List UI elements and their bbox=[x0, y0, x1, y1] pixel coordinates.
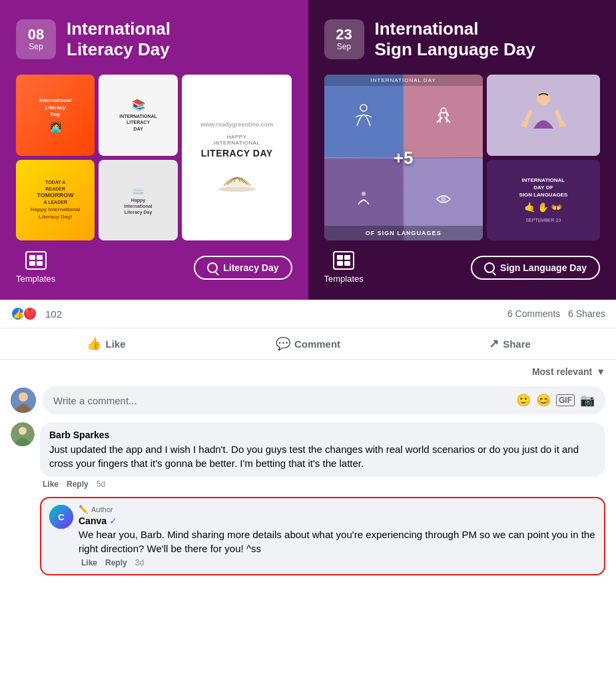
comment-action-icon: 💬 bbox=[276, 336, 290, 351]
search-button-right[interactable]: Sign Language Day bbox=[471, 256, 600, 280]
like-button[interactable]: 👍 Like bbox=[5, 331, 207, 356]
author-reply-canva: C ✏️ Author Canva ✓ We hear you, Barb. M… bbox=[40, 497, 605, 575]
emoji-icon[interactable]: 😊 bbox=[536, 393, 551, 408]
canva-author-name: Canva bbox=[79, 515, 107, 526]
love-reaction-icon: ❤️ bbox=[23, 306, 37, 321]
templates-label-right: Templates bbox=[324, 274, 364, 284]
svg-point-0 bbox=[218, 186, 256, 192]
comments-section: Barb Sparkes Just updated the app and I … bbox=[0, 420, 616, 583]
banner-right-header: 23 Sep InternationalSign Language Day bbox=[324, 19, 601, 60]
svg-text:C: C bbox=[58, 512, 65, 522]
sort-button[interactable]: Most relevant ▼ bbox=[532, 366, 605, 377]
sort-bar: Most relevant ▼ bbox=[0, 360, 616, 381]
author-label: Author bbox=[91, 506, 113, 513]
sign-grid-main: +5 OF SIGN LANGUAGES INTERNATIONAL DAY bbox=[324, 75, 483, 240]
date-month-left: Sep bbox=[29, 42, 43, 51]
barb-like-action[interactable]: Like bbox=[43, 480, 59, 489]
share-label: Share bbox=[503, 338, 531, 350]
image-grid-right: +5 OF SIGN LANGUAGES INTERNATIONAL DAY bbox=[324, 75, 601, 240]
templates-button-right[interactable]: Templates bbox=[324, 251, 364, 284]
canva-reply-action[interactable]: Reply bbox=[105, 558, 127, 567]
grid-img-2: 📚 INTERNATIONALLITERACYDAY bbox=[99, 75, 177, 155]
comment-item-barb: Barb Sparkes Just updated the app and I … bbox=[11, 422, 605, 489]
canva-reply-actions: Like Reply 3d bbox=[79, 555, 596, 567]
date-day-left: 08 bbox=[28, 27, 44, 42]
search-button-left[interactable]: Literacy Day bbox=[194, 256, 292, 280]
date-badge-right: 23 Sep bbox=[324, 19, 364, 59]
grid-img-3: www.readygreentine.com HAPPYINTERNATIONA… bbox=[182, 75, 292, 240]
comment-input-row: Write a comment... 🙂 😊 GIF 📷 bbox=[0, 381, 616, 420]
banner-bottom-left: Templates Literacy Day bbox=[16, 251, 292, 284]
author-tag: ✏️ Author bbox=[79, 505, 596, 514]
reaction-icons: 👍 ❤️ bbox=[11, 306, 37, 321]
share-button[interactable]: ↗ Share bbox=[409, 331, 611, 356]
sort-arrow-icon: ▼ bbox=[596, 366, 605, 377]
reactions-right: 6 Comments 6 Shares bbox=[507, 308, 605, 319]
templates-icon-left bbox=[25, 251, 47, 270]
reaction-count: 102 bbox=[45, 308, 62, 320]
banner-row: 08 Sep InternationalLiteracy Day Interna… bbox=[0, 0, 616, 300]
barb-avatar bbox=[11, 422, 35, 446]
canva-reply-text: We hear you, Barb. Mind sharing more det… bbox=[79, 527, 596, 555]
barb-comment-text: Just updated the app and I wish I hadn't… bbox=[49, 442, 596, 470]
svg-point-3 bbox=[362, 192, 366, 196]
search-label-right: Sign Language Day bbox=[500, 262, 587, 273]
canva-like-action[interactable]: Like bbox=[81, 558, 97, 567]
banner-title-right: InternationalSign Language Day bbox=[375, 19, 535, 60]
user-avatar bbox=[11, 388, 36, 413]
search-label-left: Literacy Day bbox=[223, 262, 278, 273]
barb-reply-action[interactable]: Reply bbox=[67, 480, 89, 489]
share-icon: ↗ bbox=[489, 336, 499, 351]
barb-author: Barb Sparkes bbox=[49, 430, 109, 440]
grid-img-4: TODAY AREADERTOMORROWA LEADER Happy Inte… bbox=[16, 160, 95, 240]
barb-comment-time: 5d bbox=[97, 480, 105, 489]
barb-comment-actions: Like Reply 5d bbox=[40, 477, 605, 489]
banner-left-header: 08 Sep InternationalLiteracy Day bbox=[16, 19, 292, 60]
comment-icons-group: 🙂 😊 GIF 📷 bbox=[516, 393, 595, 408]
date-month-right: Sep bbox=[337, 42, 351, 51]
comment-input-field[interactable]: Write a comment... 🙂 😊 GIF 📷 bbox=[43, 386, 605, 414]
svg-point-1 bbox=[360, 105, 367, 111]
reactions-left: 👍 ❤️ 102 bbox=[11, 306, 62, 321]
barb-comment-bubble: Barb Sparkes Just updated the app and I … bbox=[40, 422, 605, 477]
sign-person-img bbox=[487, 75, 600, 155]
templates-label-left: Templates bbox=[16, 274, 55, 284]
camera-icon[interactable]: 📷 bbox=[580, 393, 595, 408]
image-grid-left: InternationalLiteracyDay 👩‍💻 📚 INTERNATI… bbox=[16, 75, 292, 240]
like-label: Like bbox=[105, 338, 125, 350]
canva-reply-time: 3d bbox=[135, 558, 144, 567]
date-day-right: 23 bbox=[336, 27, 352, 42]
comment-placeholder: Write a comment... bbox=[53, 395, 137, 406]
date-badge-left: 08 Sep bbox=[16, 19, 56, 59]
banner-right: 23 Sep InternationalSign Language Day bbox=[308, 0, 617, 300]
svg-point-9 bbox=[19, 427, 27, 435]
comment-label: Comment bbox=[294, 338, 340, 350]
reactions-bar: 👍 ❤️ 102 6 Comments 6 Shares bbox=[0, 300, 616, 328]
gif-icon[interactable]: GIF bbox=[556, 394, 575, 406]
templates-icon-right bbox=[333, 251, 354, 270]
verified-badge-icon: ✓ bbox=[109, 515, 117, 526]
action-bar: 👍 Like 💬 Comment ↗ Share bbox=[0, 328, 616, 360]
plus-five-overlay: +5 bbox=[394, 147, 414, 168]
sort-label: Most relevant bbox=[532, 366, 592, 377]
grid-img-1: InternationalLiteracyDay 👩‍💻 bbox=[16, 75, 95, 155]
sticker-icon[interactable]: 🙂 bbox=[516, 393, 531, 408]
grid-img-5: ⌨️ HappyInternationalLiteracy Day bbox=[99, 160, 177, 240]
comment-button[interactable]: 💬 Comment bbox=[207, 331, 409, 356]
banner-title-left: InternationalLiteracy Day bbox=[67, 19, 170, 60]
like-icon: 👍 bbox=[87, 336, 101, 351]
search-icon-left bbox=[207, 262, 218, 273]
share-count: 6 Shares bbox=[568, 308, 605, 319]
svg-point-4 bbox=[441, 196, 446, 202]
pencil-icon: ✏️ bbox=[79, 505, 89, 514]
banner-left: 08 Sep InternationalLiteracy Day Interna… bbox=[0, 0, 308, 300]
canva-avatar: C bbox=[49, 505, 73, 529]
sign-language-day-img: INTERNATIONALDAY OFSIGN LANGUAGES 🤙 ✋ 👐 … bbox=[487, 160, 600, 240]
canva-reply-content: ✏️ Author Canva ✓ We hear you, Barb. Min… bbox=[79, 505, 596, 567]
templates-button-left[interactable]: Templates bbox=[16, 251, 55, 284]
sign-cell-2 bbox=[404, 75, 483, 157]
sign-cell-1 bbox=[324, 75, 403, 157]
svg-point-7 bbox=[19, 392, 28, 402]
comment-count[interactable]: 6 Comments bbox=[507, 308, 560, 319]
banner-bottom-right: Templates Sign Language Day bbox=[324, 251, 601, 284]
